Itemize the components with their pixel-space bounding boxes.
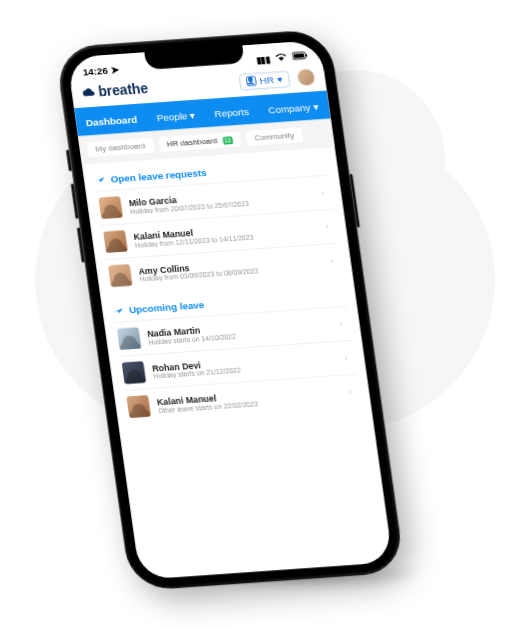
- location-arrow-icon: ➤: [110, 64, 119, 75]
- chevron-right-icon: ›: [315, 186, 331, 201]
- nav-tab-label: Company ▾: [268, 101, 319, 115]
- nav-tab-label: People ▾: [156, 110, 196, 123]
- nav-tab-reports[interactable]: Reports: [203, 101, 260, 127]
- brand-name: breathe: [97, 81, 149, 100]
- chevron-right-icon: ›: [343, 384, 359, 399]
- avatar: [126, 395, 151, 418]
- avatar: [108, 264, 133, 287]
- plane-icon: [93, 173, 106, 185]
- section-upcoming-leave: Upcoming leave Nadia Martin Holiday star…: [100, 278, 371, 427]
- svg-rect-1: [293, 53, 304, 58]
- person-icon: 👤: [245, 76, 256, 86]
- nav-tab-company[interactable]: Company ▾: [257, 96, 329, 123]
- sub-tab-hr-dashboard[interactable]: HR dashboard 12: [158, 132, 242, 152]
- avatar: [103, 230, 128, 253]
- cloud-icon: [81, 85, 97, 100]
- sub-tab-community[interactable]: Community: [246, 128, 303, 146]
- nav-tab-label: Dashboard: [85, 114, 138, 128]
- chevron-right-icon: ›: [338, 351, 354, 366]
- sub-tab-label: HR dashboard: [166, 136, 218, 148]
- avatar: [98, 196, 123, 219]
- profile-avatar[interactable]: [296, 68, 316, 87]
- sub-tab-label: Community: [254, 131, 295, 143]
- role-selector-label: HR: [259, 74, 275, 86]
- avatar: [122, 361, 147, 384]
- section-title: Open leave requests: [110, 166, 207, 183]
- chevron-right-icon: ›: [319, 219, 335, 234]
- nav-tab-label: Reports: [214, 106, 250, 119]
- status-time: 14:26: [82, 64, 109, 76]
- wifi-icon: [276, 53, 291, 64]
- battery-icon: [292, 51, 309, 62]
- plane-icon: [111, 304, 124, 316]
- signal-icon: ▮▮▮: [255, 54, 271, 65]
- section-title: Upcoming leave: [128, 299, 205, 315]
- section-open-leave-requests: Open leave requests Milo Garcia Holiday …: [82, 147, 353, 296]
- role-selector[interactable]: 👤 HR ▾: [238, 70, 291, 90]
- sub-tab-badge: 12: [222, 136, 234, 144]
- sub-tab-my-dashboard[interactable]: My dashboard: [87, 138, 154, 157]
- caret-down-icon: ▾: [277, 74, 283, 85]
- chevron-right-icon: ›: [324, 253, 340, 268]
- sub-tab-label: My dashboard: [95, 142, 146, 154]
- nav-tab-people[interactable]: People ▾: [146, 105, 207, 131]
- chevron-right-icon: ›: [333, 317, 349, 332]
- avatar: [117, 327, 142, 350]
- brand-logo[interactable]: breathe: [81, 81, 149, 101]
